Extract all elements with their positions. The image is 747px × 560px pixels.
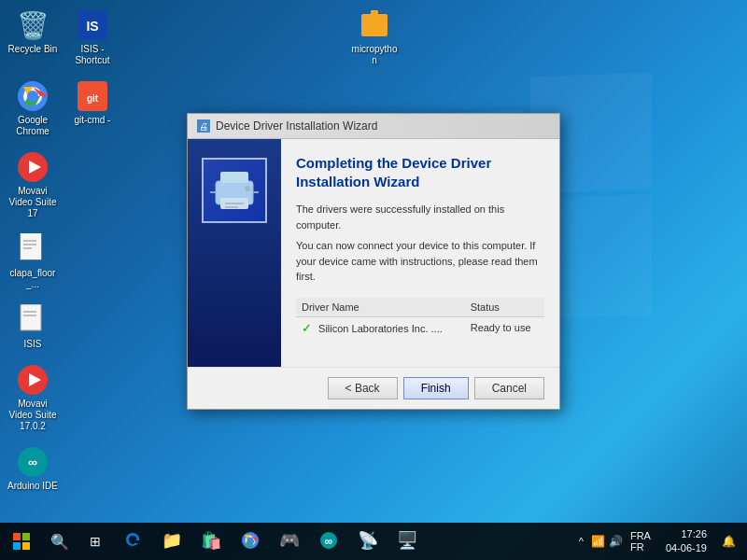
taskbar-app5-icon[interactable]: 🎮 — [270, 523, 309, 560]
taskbar-app-icons: 📁 🛍️ 🎮 ∞ 📡 🖥️ — [113, 523, 575, 560]
dialog-titlebar: 🖨 Device Driver Installation Wizard — [188, 114, 559, 139]
system-time: 17:26 04-06-19 — [658, 527, 714, 556]
device-driver-dialog: 🖨 Device Driver Installation Wizard — [187, 113, 560, 410]
taskbar-app7-icon[interactable]: 📡 — [348, 523, 388, 560]
svg-text:∞: ∞ — [325, 535, 333, 548]
finish-button[interactable]: Finish — [403, 377, 469, 399]
svg-rect-29 — [225, 206, 238, 208]
taskbar-folder-icon[interactable]: 📁 — [152, 523, 191, 560]
driver-status-header: Status — [465, 298, 544, 317]
dialog-content: Completing the Device Driver Installatio… — [281, 139, 559, 367]
dialog-title: Device Driver Installation Wizard — [216, 119, 377, 133]
taskbar-app8-icon[interactable]: 🖥️ — [388, 523, 427, 560]
taskbar: 🔍 ⊞ 📁 🛍️ 🎮 — [0, 523, 747, 560]
dialog-titlebar-icon: 🖨 — [197, 119, 210, 133]
back-button[interactable]: < Back — [328, 377, 398, 399]
driver-name-header: Driver Name — [296, 298, 465, 317]
volume-icon[interactable]: 🔊 — [609, 535, 623, 548]
language-indicator[interactable]: FRAFR — [627, 530, 655, 553]
driver-name: Silicon Laboratories Inc. .... — [318, 323, 443, 334]
dialog-text1: The drivers were successfully installed … — [296, 202, 544, 232]
check-icon: ✓ — [302, 321, 312, 335]
dialog-sidebar-icon — [202, 158, 267, 223]
svg-rect-34 — [13, 542, 21, 550]
taskbar-chrome-icon[interactable] — [231, 523, 270, 560]
notification-icon[interactable]: 🔔 — [718, 535, 740, 548]
svg-point-38 — [247, 538, 254, 544]
dialog-footer: < Back Finish Cancel — [188, 367, 559, 409]
svg-rect-28 — [225, 203, 244, 204]
taskbar-app6-icon[interactable]: ∞ — [309, 523, 348, 560]
svg-rect-35 — [22, 542, 30, 550]
svg-rect-33 — [22, 533, 30, 540]
dialog-sidebar — [188, 139, 281, 367]
driver-row: ✓ Silicon Laboratories Inc. .... Ready t… — [296, 316, 544, 339]
svg-rect-25 — [220, 172, 248, 183]
svg-rect-32 — [13, 533, 21, 540]
driver-table: Driver Name Status ✓ Silicon Laboratorie… — [296, 298, 544, 339]
taskbar-edge-icon[interactable] — [113, 523, 152, 560]
task-view-button[interactable]: ⊞ — [78, 523, 113, 560]
cancel-button[interactable]: Cancel — [474, 377, 544, 399]
svg-point-27 — [245, 186, 250, 191]
dialog-overlay: 🖨 Device Driver Installation Wizard — [0, 0, 747, 523]
desktop: 🗑️ Recycle Bin IS ISIS - Shortcut — [0, 0, 747, 560]
dialog-heading: Completing the Device Driver Installatio… — [296, 154, 544, 190]
driver-status: Ready to use — [465, 316, 544, 339]
taskbar-store-icon[interactable]: 🛍️ — [191, 523, 231, 560]
dialog-text2: You can now connect your device to this … — [296, 238, 544, 285]
system-tray: ^ 📶 🔊 FRAFR 17:26 04-06-19 🔔 — [575, 527, 747, 556]
start-button[interactable] — [0, 523, 42, 560]
search-button[interactable]: 🔍 — [42, 523, 78, 560]
network-icon[interactable]: 📶 — [591, 535, 605, 548]
tray-chevron[interactable]: ^ — [575, 536, 587, 547]
dialog-body: Completing the Device Driver Installatio… — [188, 139, 559, 367]
